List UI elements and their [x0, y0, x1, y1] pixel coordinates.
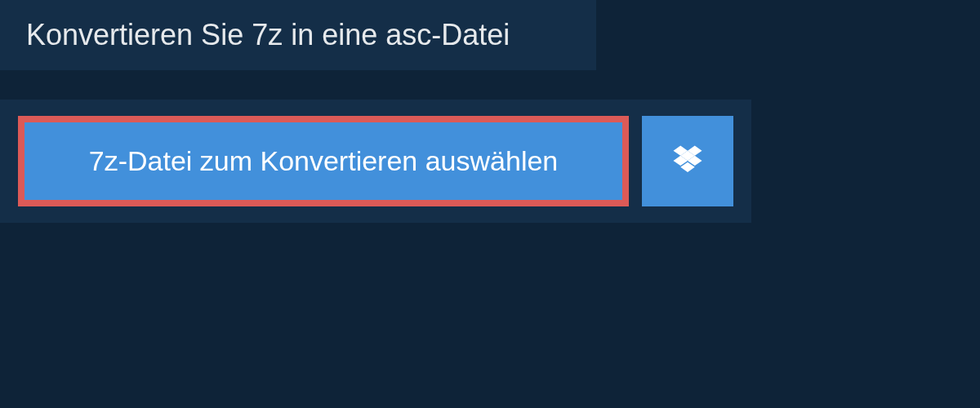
- dropbox-icon: [670, 143, 705, 180]
- page-title: Konvertieren Sie 7z in eine asc-Datei: [26, 18, 570, 52]
- select-file-button[interactable]: 7z-Datei zum Konvertieren auswählen: [18, 116, 629, 206]
- upload-panel: 7z-Datei zum Konvertieren auswählen: [0, 100, 751, 223]
- page-header: Konvertieren Sie 7z in eine asc-Datei: [0, 0, 596, 70]
- select-file-label: 7z-Datei zum Konvertieren auswählen: [89, 145, 559, 177]
- dropbox-upload-button[interactable]: [642, 116, 733, 206]
